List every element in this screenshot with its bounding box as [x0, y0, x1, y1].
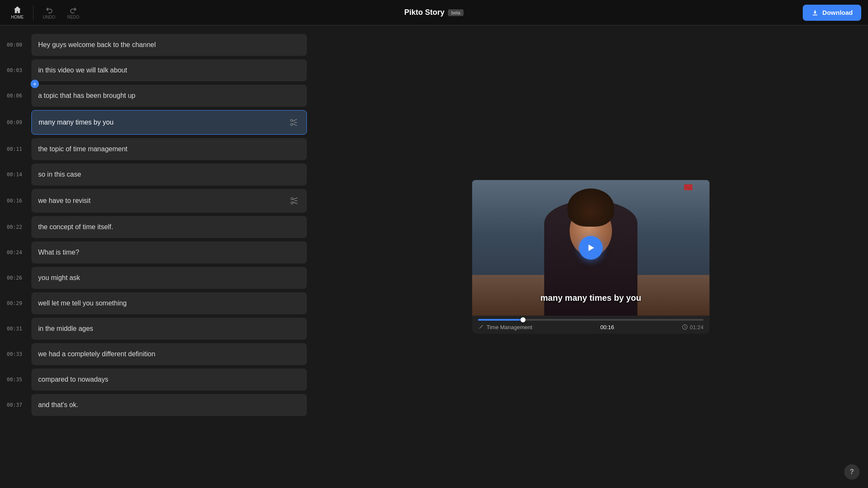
timestamp: 00:24: [7, 250, 25, 255]
segment-card[interactable]: well let me tell you something: [31, 292, 307, 314]
transcript-row: 00:24What is time?: [0, 240, 314, 265]
current-time: 00:16: [600, 324, 614, 330]
segment-card[interactable]: Hey guys welcome back to the channel: [31, 34, 307, 56]
download-label: Download: [822, 9, 853, 16]
segment-card[interactable]: we have to revisit: [31, 189, 307, 213]
transcript-row: 00:11the topic of time management: [0, 136, 314, 162]
header-left: HOME UNDO REDO: [7, 3, 83, 22]
video-controls: Time Management 00:16 01:24: [472, 316, 709, 334]
timestamp: 00:31: [7, 326, 25, 332]
segment-text: the concept of time itself.: [38, 223, 300, 231]
timestamp: 00:22: [7, 224, 25, 230]
timestamp: 00:06: [7, 93, 25, 99]
timestamp: 00:33: [7, 351, 25, 357]
video-meta: Time Management 00:16 01:24: [478, 324, 704, 330]
video-title-row: Time Management: [478, 324, 532, 330]
segment-text: What is time?: [38, 249, 300, 256]
edit-icon: [478, 324, 484, 330]
segment-text: in the middle ages: [38, 325, 300, 333]
home-button[interactable]: HOME: [7, 3, 28, 22]
download-button[interactable]: Download: [803, 5, 861, 21]
undo-label: UNDO: [43, 15, 55, 19]
segment-card[interactable]: we had a completely different definition: [31, 343, 307, 365]
video-subtitle: many many times by you: [472, 293, 709, 303]
video-preview: many many times by you: [472, 180, 709, 316]
home-label: HOME: [11, 15, 24, 19]
segment-card[interactable]: in this video we will talk about: [31, 59, 307, 81]
svg-line-8: [293, 202, 297, 204]
svg-line-7: [293, 198, 297, 200]
video-title: Time Management: [487, 324, 532, 330]
segment-card[interactable]: so in this case: [31, 164, 307, 186]
timestamp: 00:16: [7, 198, 25, 204]
download-icon: [811, 9, 819, 17]
redo-button[interactable]: REDO: [63, 3, 83, 22]
cut-icon[interactable]: [288, 116, 300, 128]
segment-text: and that's ok.: [38, 401, 300, 409]
transcript-row: 00:14so in this case: [0, 162, 314, 187]
video-panel: many many times by you Time Management 0…: [314, 25, 868, 488]
segment-card[interactable]: and that's ok.: [31, 394, 307, 416]
cut-icon[interactable]: [288, 195, 300, 207]
progress-thumb: [520, 317, 526, 322]
svg-line-2: [292, 119, 297, 121]
segment-card[interactable]: What is time?: [31, 241, 307, 263]
transcript-row: 00:31in the middle ages: [0, 316, 314, 341]
play-button[interactable]: [579, 236, 603, 260]
svg-line-3: [292, 124, 297, 125]
play-icon: [586, 243, 595, 252]
transcript-row: 00:06a topic that has been brought up+: [0, 83, 314, 108]
main-layout: 00:00Hey guys welcome back to the channe…: [0, 25, 868, 488]
timestamp: 00:00: [7, 42, 25, 48]
segment-text: compared to nowadays: [38, 376, 300, 383]
segment-card[interactable]: you might ask: [31, 267, 307, 289]
help-label: ?: [850, 468, 854, 476]
transcript-row: 00:22the concept of time itself.: [0, 214, 314, 240]
help-button[interactable]: ?: [844, 464, 860, 480]
progress-fill: [478, 319, 523, 321]
segment-card[interactable]: the concept of time itself.: [31, 216, 307, 238]
segment-card[interactable]: the topic of time management: [31, 138, 307, 160]
timestamp: 00:37: [7, 402, 25, 408]
timestamp: 00:26: [7, 275, 25, 281]
transcript-row: 00:33we had a completely different defin…: [0, 341, 314, 367]
transcript-row: 00:00Hey guys welcome back to the channe…: [0, 32, 314, 58]
header-center: Pikto Story beta: [404, 8, 464, 17]
header: HOME UNDO REDO Pikto Story beta Download: [0, 0, 868, 25]
undo-button[interactable]: UNDO: [39, 3, 59, 22]
segment-text: well let me tell you something: [38, 299, 300, 307]
beta-badge: beta: [448, 9, 464, 16]
person-hair: [568, 189, 614, 227]
segment-text: we have to revisit: [38, 197, 288, 205]
transcript-row: 00:37and that's ok.: [0, 392, 314, 418]
segment-text: we had a completely different definition: [38, 350, 300, 358]
header-right: Download: [803, 5, 861, 21]
timestamp: 00:03: [7, 67, 25, 73]
transcript-row: 00:35compared to nowadays: [0, 367, 314, 392]
segment-card[interactable]: many many times by you: [31, 110, 307, 135]
progress-bar[interactable]: [478, 319, 704, 321]
transcript-row: 00:16we have to revisit: [0, 187, 314, 214]
home-icon: [13, 6, 22, 14]
segment-text: in this video we will talk about: [38, 67, 300, 74]
total-time-value: 01:24: [690, 324, 704, 330]
segment-text: so in this case: [38, 171, 300, 178]
timestamp: 00:11: [7, 146, 25, 152]
segment-text: a topic that has been brought up: [38, 92, 300, 100]
exit-sign: [684, 184, 693, 190]
segment-text: many many times by you: [39, 119, 288, 126]
transcript-panel[interactable]: 00:00Hey guys welcome back to the channe…: [0, 25, 314, 488]
segment-text: the topic of time management: [38, 145, 300, 153]
header-divider: [33, 5, 33, 20]
add-segment-button[interactable]: +: [31, 80, 39, 88]
segment-text: you might ask: [38, 274, 300, 282]
app-title: Pikto Story: [404, 8, 445, 17]
redo-label: REDO: [67, 15, 79, 19]
segment-card[interactable]: compared to nowadays: [31, 369, 307, 391]
clock-icon: [682, 324, 688, 330]
transcript-row: 00:03in this video we will talk about: [0, 58, 314, 83]
segment-card[interactable]: in the middle ages: [31, 318, 307, 340]
timestamp: 00:35: [7, 377, 25, 383]
segment-card[interactable]: a topic that has been brought up: [31, 85, 307, 107]
timestamp: 00:29: [7, 300, 25, 306]
